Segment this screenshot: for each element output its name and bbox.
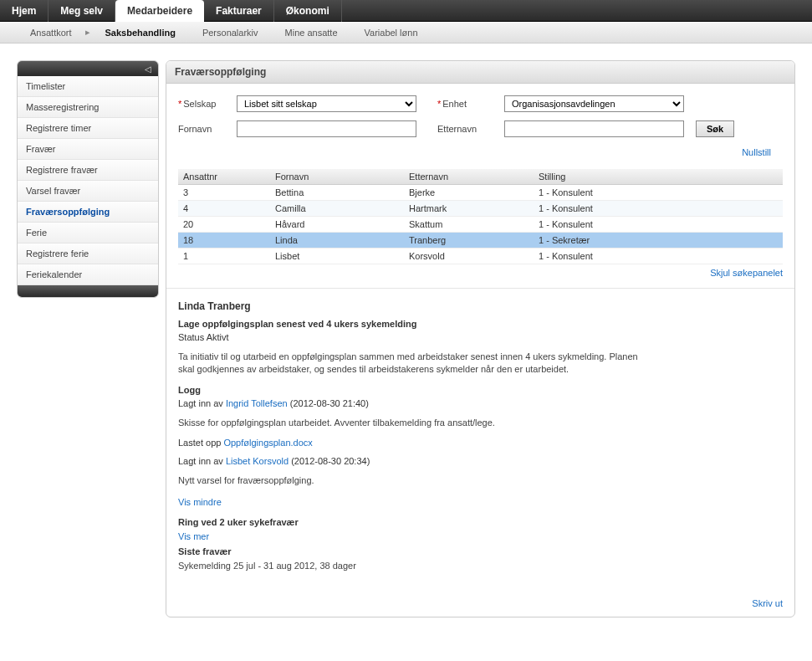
table-row[interactable]: 20 Håvard Skattum 1 - Konsulent — [178, 217, 783, 233]
input-fornavn[interactable] — [237, 120, 416, 137]
select-enhet[interactable]: Organisasjonsavdelingen — [504, 95, 684, 112]
table-row[interactable]: 18 Linda Tranberg 1 - Sekretær — [178, 233, 783, 249]
sidebar-item-feriekalender[interactable]: Feriekalender — [18, 264, 158, 285]
detail-employee-name: Linda Tranberg — [178, 300, 783, 312]
label-selskap: *Selskap — [178, 99, 237, 109]
top-nav: Hjem Meg selv Medarbeidere Fakturaer Øko… — [0, 0, 812, 22]
sidebar-header: ◁ — [18, 61, 158, 76]
sidebar-item-fravaer[interactable]: Fravær — [18, 139, 158, 160]
sidebar-item-varsel-fravaer[interactable]: Varsel fravær — [18, 181, 158, 202]
detail-panel: Linda Tranberg Lage oppfølgingsplan sene… — [166, 288, 794, 593]
table-body: 3 Bettina Bjerke 1 - Konsulent 4 Camilla… — [178, 185, 783, 264]
last-absence-text: Sykemelding 25 jul - 31 aug 2012, 38 dag… — [178, 560, 646, 572]
search-panel: *Selskap Lisbet sitt selskap *Enhet Orga… — [166, 84, 794, 162]
log-heading: Logg — [178, 385, 783, 395]
label-fornavn: Fornavn — [178, 124, 237, 134]
search-button[interactable]: Søk — [696, 120, 734, 137]
log-text: Nytt varsel for fraværsoppfølging. — [178, 474, 646, 487]
collapse-left-icon[interactable]: ◁ — [145, 64, 151, 74]
table-row[interactable]: 1 Lisbet Korsvold 1 - Konsulent — [178, 249, 783, 264]
detail-description: Ta initiativ til og utarbeid en oppfølgi… — [178, 351, 646, 377]
show-more-link[interactable]: Vis mer — [178, 531, 209, 541]
sidebar-item-registrere-fravaer[interactable]: Registrere fravær — [18, 160, 158, 181]
label-enhet: *Enhet — [437, 99, 504, 109]
log-user-link[interactable]: Ingrid Tollefsen — [226, 398, 288, 408]
col-stilling[interactable]: Stilling — [534, 169, 783, 185]
sidebar-item-registrere-ferie[interactable]: Registrere ferie — [18, 243, 158, 264]
subnav-saksbehandling[interactable]: Saksbehandling — [92, 28, 189, 38]
input-etternavn[interactable] — [504, 120, 684, 137]
col-etternavn[interactable]: Etternavn — [404, 169, 534, 185]
task2-title: Ring ved 2 uker sykefravær — [178, 517, 783, 527]
detail-status: Status Aktivt — [178, 332, 783, 342]
log-text: Skisse for oppfølgingsplan utarbeidet. A… — [178, 417, 646, 429]
log-entry: Lagt inn av Lisbet Korsvold (2012-08-30 … — [178, 456, 783, 466]
sidebar-item-timelister[interactable]: Timelister — [18, 76, 158, 97]
hide-search-panel-link[interactable]: Skjul søkepanelet — [166, 266, 794, 279]
sub-nav: Ansattkort ▸ Saksbehandling Personalarki… — [0, 22, 812, 44]
main-panel: Fraværsoppfølging *Selskap Lisbet sitt s… — [166, 60, 795, 617]
tab-medarbeidere[interactable]: Medarbeidere — [115, 0, 204, 22]
col-fornavn[interactable]: Fornavn — [270, 169, 404, 185]
reset-link[interactable]: Nullstill — [178, 146, 783, 159]
last-absence-heading: Siste fravær — [178, 546, 783, 556]
sidebar-footer — [18, 285, 158, 297]
upload-entry: Lastet opp Oppfølgingsplan.docx — [178, 438, 783, 448]
panel-title: Fraværsoppfølging — [166, 61, 794, 84]
label-etternavn: Etternavn — [437, 124, 504, 134]
table-row[interactable]: 4 Camilla Hartmark 1 - Konsulent — [178, 201, 783, 217]
sidebar-item-ferie[interactable]: Ferie — [18, 223, 158, 243]
select-selskap[interactable]: Lisbet sitt selskap — [237, 95, 416, 112]
log-entry: Lagt inn av Ingrid Tollefsen (2012-08-30… — [178, 398, 783, 408]
subnav-personalarkiv[interactable]: Personalarkiv — [189, 28, 272, 38]
sidebar-item-masseregistrering[interactable]: Masseregistrering — [18, 97, 158, 118]
col-ansattnr[interactable]: Ansattnr — [178, 169, 270, 185]
subnav-variabel-lonn[interactable]: Variabel lønn — [351, 28, 432, 38]
table-row[interactable]: 3 Bettina Bjerke 1 - Konsulent — [178, 185, 783, 201]
sidebar-item-fravaersoppfolging[interactable]: Fraværsoppfølging — [18, 202, 158, 223]
employee-table: Ansattnr Fornavn Etternavn Stilling 3 Be… — [178, 169, 783, 264]
detail-task-title: Lage oppfølgingsplan senest ved 4 ukers … — [178, 319, 783, 329]
breadcrumb-caret-icon: ▸ — [85, 27, 90, 38]
uploaded-file-link[interactable]: Oppfølgingsplan.docx — [223, 438, 312, 448]
print-link[interactable]: Skriv ut — [166, 593, 794, 617]
log-user-link[interactable]: Lisbet Korsvold — [226, 456, 289, 466]
subnav-mine-ansatte[interactable]: Mine ansatte — [272, 28, 351, 38]
sidebar-item-registrere-timer[interactable]: Registrere timer — [18, 118, 158, 139]
tab-fakturaer[interactable]: Fakturaer — [204, 0, 274, 22]
show-less-link[interactable]: Vis mindre — [178, 497, 222, 507]
tab-okonomi[interactable]: Økonomi — [274, 0, 342, 22]
tab-meg-selv[interactable]: Meg selv — [49, 0, 115, 22]
tab-hjem[interactable]: Hjem — [0, 0, 49, 22]
subnav-ansattkort[interactable]: Ansattkort — [17, 28, 85, 38]
sidebar: ◁ Timelister Masseregistrering Registrer… — [17, 60, 159, 298]
